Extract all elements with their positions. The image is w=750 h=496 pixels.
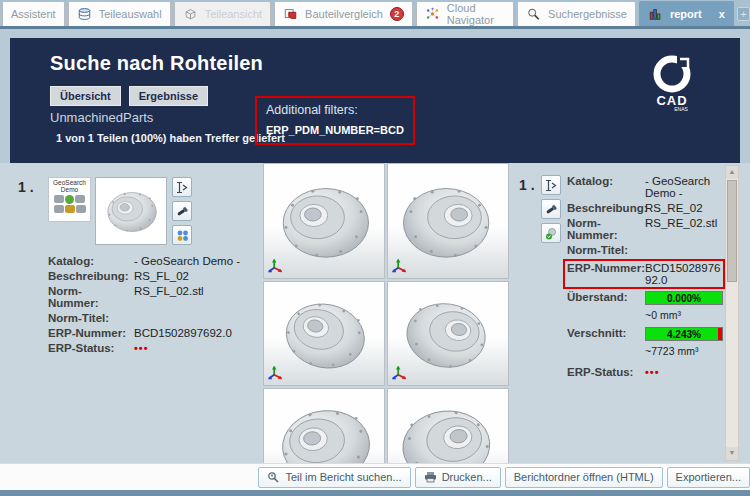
dimensions-button[interactable] [541, 175, 561, 195]
print-button[interactable]: Drucken... [415, 467, 501, 488]
tab-bauteilvergleich[interactable]: Bauteilvergleich 2 [274, 1, 413, 26]
search-part-in-report-button[interactable]: Teil im Bericht suchen... [258, 467, 410, 488]
field-beschreibung: Beschreibung:RS_FL_02 [48, 270, 253, 282]
field-ueberstand: Überstand:0.000% [567, 291, 725, 305]
result-summary: 1 von 1 Teilen (100%) haben Treffer geli… [56, 132, 285, 144]
cadenas-logo: CAD ENAS [644, 52, 700, 118]
screw-icon [176, 205, 189, 218]
part-views-grid [263, 163, 511, 463]
screw-part-button[interactable] [541, 199, 561, 219]
open-report-folder-button[interactable]: Berichtordner öffnen (HTML) [505, 467, 663, 488]
vertical-scrollbar[interactable]: ▲ ▼ [725, 165, 739, 461]
tab-label: report [670, 8, 702, 20]
dimension-icon [545, 179, 558, 192]
erp-number-highlight-box: ERP-Nummer:BCD1502897692.0 [563, 259, 725, 289]
axes-triad-icon [267, 364, 285, 382]
field-norm-titel: Norm-Titel: [48, 312, 253, 324]
part-view-image[interactable] [387, 163, 509, 279]
report-header: Suche nach Rohteilen Übersicht Ergebniss… [10, 38, 740, 163]
field-erp-status: ERP-Status:••• [48, 342, 253, 354]
dimension-icon [176, 181, 189, 194]
scroll-down-icon[interactable]: ▼ [726, 447, 738, 460]
balls-icon [176, 229, 189, 242]
tab-label: Assistent [11, 8, 56, 20]
report-chart-icon [648, 7, 663, 21]
tab-assistent[interactable]: Assistent [2, 1, 65, 26]
field-norm-titel: Norm-Titel: [567, 244, 725, 256]
tab-cloud-navigator[interactable]: Cloud Navigator [416, 1, 514, 26]
axes-triad-icon [391, 257, 409, 275]
catalog-parts-icons [49, 195, 90, 213]
results-area: 1 . GeoSearch Demo Katalog:- GeoSearch [0, 163, 750, 463]
compare-count-badge: 2 [390, 7, 404, 21]
search-part-icon [267, 471, 280, 484]
verschnitt-bar: 4.243% [645, 327, 723, 341]
scroll-up-icon[interactable]: ▲ [726, 166, 738, 179]
tab-teileansicht[interactable]: Teileansicht [174, 1, 271, 26]
axes-triad-icon [267, 257, 285, 275]
item-index: 1 . [519, 177, 535, 193]
catalog-badge-line1: GeoSearch [49, 179, 90, 186]
item-index: 1 . [18, 179, 34, 195]
field-verschnitt: Verschnitt:4.243% [567, 327, 725, 341]
field-erp-nummer: ERP-Nummer:BCD1502897692.0 [48, 327, 253, 339]
match-part-details: Katalog:- GeoSearch Demo - Beschreibung:… [567, 175, 725, 381]
variants-button[interactable] [172, 225, 192, 245]
axes-triad-icon [391, 364, 409, 382]
source-part-details: Katalog:- GeoSearch Demo - Beschreibung:… [48, 255, 253, 357]
tab-label: Teileauswahl [99, 8, 162, 20]
dimensions-button[interactable] [172, 177, 192, 197]
tab-report[interactable]: report x [639, 1, 734, 26]
screw-icon [545, 203, 558, 216]
tab-suchergebnisse[interactable]: Suchergebnisse [517, 1, 636, 26]
additional-filters-value: ERP_PDM_NUMBER=BCD [266, 124, 404, 136]
part-view-image[interactable] [263, 281, 385, 386]
ball-check-icon [545, 227, 558, 240]
tab-label: Cloud Navigator [447, 2, 505, 26]
tab-label: Suchergebnisse [548, 8, 627, 20]
new-tab-button[interactable]: + [737, 7, 750, 21]
part-view-image[interactable] [387, 388, 509, 463]
page-title: Suche nach Rohteilen [50, 52, 263, 75]
close-icon[interactable]: x [719, 8, 725, 20]
field-katalog: Katalog:- GeoSearch Demo - [48, 255, 253, 267]
scrollbar-thumb[interactable] [727, 180, 737, 282]
part-view-image[interactable] [263, 163, 385, 279]
part-view-image[interactable] [387, 281, 509, 386]
window-bottom-edge [0, 490, 750, 496]
additional-filters-label: Additional filters: [266, 103, 404, 117]
tab-label: Teileansicht [205, 8, 262, 20]
ueberstand-bar: 0.000% [645, 291, 723, 305]
svg-text:ENAS: ENAS [674, 106, 688, 112]
field-norm-nummer: Norm-Nummer:RS_FL_02.stl [48, 285, 253, 309]
search-icon [526, 7, 541, 21]
export-button[interactable]: Exportieren... [667, 467, 750, 488]
ueberstand-volume: ~0 mm³ [567, 308, 725, 324]
network-icon [425, 7, 440, 21]
tab-teileauswahl[interactable]: Teileauswahl [68, 1, 171, 26]
part-thumbnail[interactable] [95, 177, 167, 245]
part-view-image[interactable] [263, 388, 385, 463]
field-erp-status: ERP-Status:••• [567, 366, 725, 378]
catalog-badge-line2: Demo [49, 186, 90, 193]
overview-button[interactable]: Übersicht [50, 86, 121, 106]
search-name: UnmachinedParts [50, 110, 153, 125]
catalog-badge[interactable]: GeoSearch Demo [48, 177, 91, 222]
screw-part-button[interactable] [172, 201, 192, 221]
verified-part-button[interactable] [541, 223, 561, 243]
catalog-stack-icon [77, 7, 92, 21]
verschnitt-volume: ~7723 mm³ [567, 344, 725, 360]
cube-icon [183, 7, 198, 21]
action-bar: Teil im Bericht suchen... Drucken... Ber… [0, 463, 750, 490]
tab-bar: Assistent Teileauswahl Teileansicht Baut… [0, 0, 750, 29]
field-katalog: Katalog:- GeoSearch Demo - [567, 175, 725, 199]
printer-icon [424, 471, 437, 483]
field-beschreibung: Beschreibung:RS_RE_02 [567, 202, 725, 214]
additional-filters-box: Additional filters: ERP_PDM_NUMBER=BCD [255, 96, 415, 145]
tab-label: Bauteilvergleich [305, 8, 383, 20]
field-norm-nummer: Norm-Nummer:RS_RE_02.stl [567, 217, 725, 241]
results-button[interactable]: Ergebnisse [129, 86, 208, 106]
part-compare-icon [283, 7, 298, 21]
